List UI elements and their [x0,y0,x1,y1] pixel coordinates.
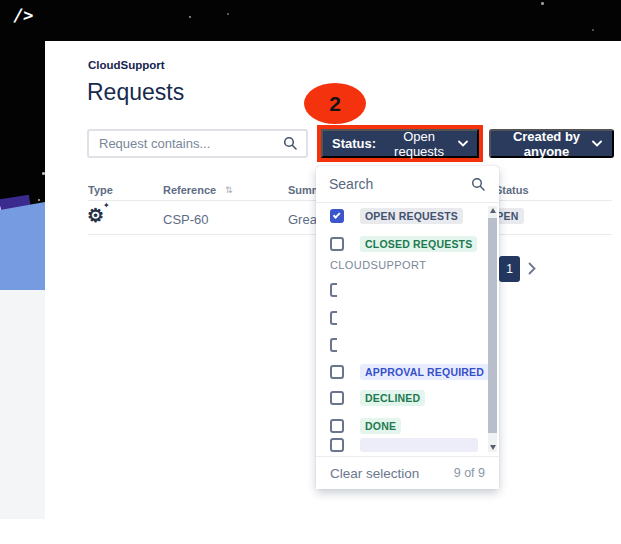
left-black-strip [0,41,45,206]
clear-selection-button[interactable]: Clear selection [330,466,419,481]
created-by-label: Created by anyone [501,129,592,159]
checkbox-icon[interactable] [330,419,344,433]
option-label: APPROVAL REQUIRED [360,364,489,380]
request-search-field[interactable] [87,129,308,158]
page-title: Requests [87,79,184,106]
request-search-input[interactable] [99,136,283,151]
checkbox-partial-icon[interactable] [330,338,337,352]
column-header-reference[interactable]: Reference [163,184,216,196]
dropdown-option-done[interactable]: DONE [316,412,486,440]
dropdown-footer: Clear selection 9 of 9 [316,456,499,489]
annotation-badge: 2 [304,83,366,124]
app-root: /> CloudSupport Requests 2 Status: Open … [0,0,621,544]
status-dropdown-panel: OPEN REQUESTS CLOSED REQUESTS CLOUDSUPPO… [316,166,499,489]
search-icon [471,177,486,192]
selection-count: 9 of 9 [454,466,485,480]
left-gray-strip [0,289,45,519]
status-filter-button[interactable]: Status: Open requests [321,129,479,158]
dropdown-scrollbar[interactable] [488,206,497,452]
status-label-prefix: Status: [332,136,376,151]
chevron-down-icon [592,140,602,147]
checkbox-icon[interactable] [330,391,344,405]
pagination-next-icon[interactable] [528,261,536,279]
cell-reference[interactable]: CSP-60 [163,212,209,227]
column-header-type[interactable]: Type [88,184,113,196]
top-black-band [0,0,621,41]
option-label: DECLINED [360,390,425,406]
star-dot [541,2,544,5]
scrollbar-thumb[interactable] [488,218,497,433]
sort-icon[interactable]: ⇅ [225,185,233,195]
star-dot [227,13,229,15]
search-icon [283,136,298,151]
checkbox-checked-icon[interactable] [330,209,344,223]
column-header-status[interactable]: Status [495,184,529,196]
dropdown-option-closed-requests[interactable]: CLOSED REQUESTS [316,230,486,258]
checkbox-partial-icon[interactable] [330,311,337,325]
annotation-highlight-box: Status: Open requests [317,125,483,162]
status-label-value: Open requests [380,129,458,159]
checkbox-icon[interactable] [330,438,344,452]
option-label: DONE [360,418,401,434]
breadcrumb[interactable]: CloudSupport [88,59,165,71]
dropdown-option-approval-required[interactable]: APPROVAL REQUIRED [316,358,486,386]
gear-icon: ⚙ [87,204,104,227]
option-label-clipped [360,438,478,452]
pagination-page-1[interactable]: 1 [499,256,520,282]
star-dot [592,29,594,31]
dropdown-section-header: CLOUDSUPPORT [330,259,490,271]
star-dot [38,199,40,201]
dropdown-option-declined[interactable]: DECLINED [316,384,486,412]
created-by-filter-button[interactable]: Created by anyone [489,129,614,158]
chevron-down-icon [458,140,468,147]
dropdown-option-open-requests[interactable]: OPEN REQUESTS [316,202,486,230]
dropdown-option-loading[interactable] [316,304,486,332]
left-blue-shape [0,202,45,290]
sparkle-icon: ✦ [103,201,110,210]
dropdown-search-input[interactable] [329,176,471,192]
option-label: OPEN REQUESTS [360,208,463,224]
code-logo: /> [12,5,34,25]
option-label: CLOSED REQUESTS [360,236,477,252]
dropdown-option-clipped[interactable] [316,438,486,454]
dropdown-option-loading[interactable] [316,331,486,359]
scroll-down-icon[interactable] [490,445,496,450]
dropdown-search-field[interactable] [316,166,499,203]
scroll-up-icon[interactable] [490,208,496,213]
dropdown-option-loading[interactable] [316,276,486,304]
checkbox-icon[interactable] [330,237,344,251]
checkbox-partial-icon[interactable] [330,283,337,297]
checkbox-icon[interactable] [330,365,344,379]
star-dot [189,16,191,18]
